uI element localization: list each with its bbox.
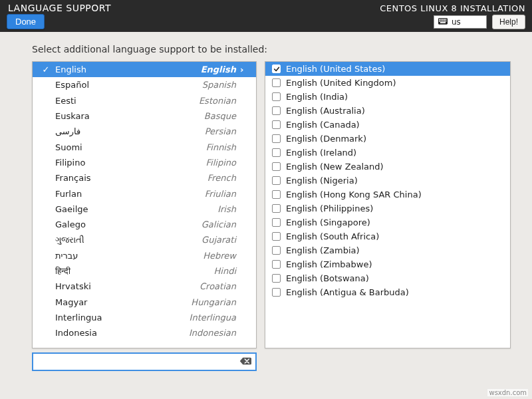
- language-row[interactable]: FurlanFriulian: [33, 186, 256, 201]
- locale-row[interactable]: English (Denmark): [265, 132, 510, 146]
- locale-row[interactable]: English (Ireland): [265, 146, 510, 160]
- locale-checkbox[interactable]: [272, 274, 281, 283]
- locale-row[interactable]: English (Hong Kong SAR China): [265, 188, 510, 201]
- language-row[interactable]: IndonesiaIndonesian: [33, 325, 256, 340]
- locale-checkbox[interactable]: [272, 148, 281, 157]
- locale-list[interactable]: English (United States)English (United K…: [265, 62, 510, 299]
- language-native-label: ગુજરાતી: [51, 235, 201, 245]
- instruction-text: Select additional language support to be…: [32, 44, 532, 55]
- language-row[interactable]: GaeilgeIrish: [33, 201, 256, 217]
- language-native-label: Indonesia: [51, 328, 189, 338]
- locale-row[interactable]: English (United Kingdom): [265, 76, 510, 90]
- svg-rect-2: [440, 19, 442, 20]
- locale-label: English (Antigua & Barbuda): [286, 287, 409, 297]
- locale-checkbox[interactable]: [272, 106, 281, 115]
- language-row[interactable]: EuskaraBasque: [33, 108, 256, 124]
- search-container: [32, 352, 520, 371]
- language-row[interactable]: MagyarHungarian: [33, 294, 256, 309]
- language-native-label: Eesti: [51, 96, 199, 106]
- language-native-label: Galego: [51, 219, 201, 229]
- clear-search-icon[interactable]: [239, 356, 251, 368]
- locale-checkbox[interactable]: [272, 65, 281, 73]
- language-row[interactable]: हिन्दीHindi: [33, 263, 256, 279]
- locale-row[interactable]: English (Nigeria): [265, 174, 510, 188]
- locale-row[interactable]: English (Singapore): [265, 215, 510, 229]
- language-row[interactable]: GalegoGalician: [33, 217, 256, 232]
- language-english-label: Irish: [217, 204, 240, 214]
- search-input[interactable]: [37, 357, 239, 367]
- language-row[interactable]: InterlinguaInterlingua: [33, 310, 256, 325]
- locale-checkbox[interactable]: [272, 246, 281, 255]
- language-native-label: Gaeilge: [51, 204, 217, 214]
- language-row[interactable]: FrançaisFrench: [33, 170, 256, 186]
- language-english-label: Croatian: [200, 281, 240, 291]
- language-row[interactable]: EspañolSpanish: [33, 77, 256, 92]
- language-native-label: English: [51, 65, 201, 74]
- locale-checkbox[interactable]: [272, 78, 281, 87]
- locale-row[interactable]: English (Australia): [265, 104, 510, 118]
- keyboard-layout-button[interactable]: us: [434, 15, 487, 29]
- language-english-label: Basque: [204, 111, 240, 121]
- language-list[interactable]: ✓EnglishEnglish›EspañolSpanishEestiEston…: [33, 62, 256, 348]
- locale-label: English (South Africa): [286, 231, 379, 241]
- locale-label: English (Hong Kong SAR China): [286, 190, 422, 200]
- locale-checkbox[interactable]: [272, 190, 281, 199]
- language-english-label: Finnish: [206, 142, 240, 152]
- locale-checkbox[interactable]: [272, 176, 281, 185]
- locale-row[interactable]: English (India): [265, 90, 510, 104]
- header-bar: LANGUAGE SUPPORT Done CENTOS LINUX 8 INS…: [0, 0, 532, 32]
- language-row[interactable]: SuomiFinnish: [33, 139, 256, 154]
- search-box[interactable]: [32, 352, 257, 371]
- locale-row[interactable]: English (Canada): [265, 118, 510, 132]
- keyboard-icon: [438, 17, 448, 27]
- language-row[interactable]: FilipinoFilipino: [33, 155, 256, 170]
- language-row[interactable]: עבריתHebrew: [33, 248, 256, 263]
- locale-checkbox[interactable]: [272, 120, 281, 129]
- locale-label: English (United States): [286, 64, 385, 74]
- locale-checkbox[interactable]: [272, 134, 281, 143]
- done-button[interactable]: Done: [7, 14, 45, 29]
- locale-row[interactable]: English (Zimbabwe): [265, 257, 510, 271]
- language-native-label: Filipino: [51, 158, 206, 168]
- locale-row[interactable]: English (Antigua & Barbuda): [265, 285, 510, 299]
- language-english-label: Indonesian: [189, 328, 240, 338]
- svg-rect-10: [445, 20, 446, 21]
- language-native-label: Furlan: [51, 189, 205, 199]
- language-native-label: Euskara: [51, 111, 204, 121]
- locale-label: English (Nigeria): [286, 176, 358, 186]
- locale-checkbox[interactable]: [272, 260, 281, 269]
- locale-row[interactable]: English (Zambia): [265, 243, 510, 257]
- locale-row[interactable]: English (Philippines): [265, 201, 510, 215]
- locale-label: English (Singapore): [286, 217, 370, 227]
- language-row[interactable]: HrvatskiCroatian: [33, 279, 256, 294]
- language-row[interactable]: ગુજરાતીGujarati: [33, 232, 256, 247]
- locale-row[interactable]: English (Botswana): [265, 271, 510, 285]
- locale-label: English (United Kingdom): [286, 78, 396, 88]
- language-row[interactable]: EestiEstonian: [33, 93, 256, 108]
- locale-label: English (India): [286, 92, 348, 102]
- svg-rect-1: [439, 19, 440, 20]
- locale-list-panel: English (United States)English (United K…: [265, 61, 511, 348]
- language-english-label: Galician: [201, 219, 240, 229]
- locale-row[interactable]: English (United States): [265, 62, 510, 76]
- locale-row[interactable]: English (South Africa): [265, 229, 510, 243]
- language-native-label: Español: [51, 80, 202, 90]
- language-row[interactable]: ✓EnglishEnglish›: [33, 62, 256, 77]
- locale-checkbox[interactable]: [272, 92, 281, 101]
- svg-rect-7: [440, 20, 442, 21]
- language-english-label: Gujarati: [201, 235, 240, 245]
- language-native-label: Interlingua: [51, 313, 190, 323]
- svg-rect-5: [445, 19, 446, 20]
- locale-checkbox[interactable]: [272, 204, 281, 213]
- locale-checkbox[interactable]: [272, 162, 281, 171]
- language-english-label: Interlingua: [190, 313, 240, 323]
- language-row[interactable]: فارسیPersian: [33, 124, 256, 139]
- locale-checkbox[interactable]: [272, 218, 281, 227]
- help-button[interactable]: Help!: [492, 15, 525, 29]
- locale-row[interactable]: English (New Zealand): [265, 160, 510, 174]
- language-english-label: English: [201, 65, 240, 74]
- locale-checkbox[interactable]: [272, 232, 281, 241]
- locale-checkbox[interactable]: [272, 288, 281, 297]
- language-english-label: Hebrew: [203, 251, 240, 261]
- locale-label: English (Philippines): [286, 203, 373, 213]
